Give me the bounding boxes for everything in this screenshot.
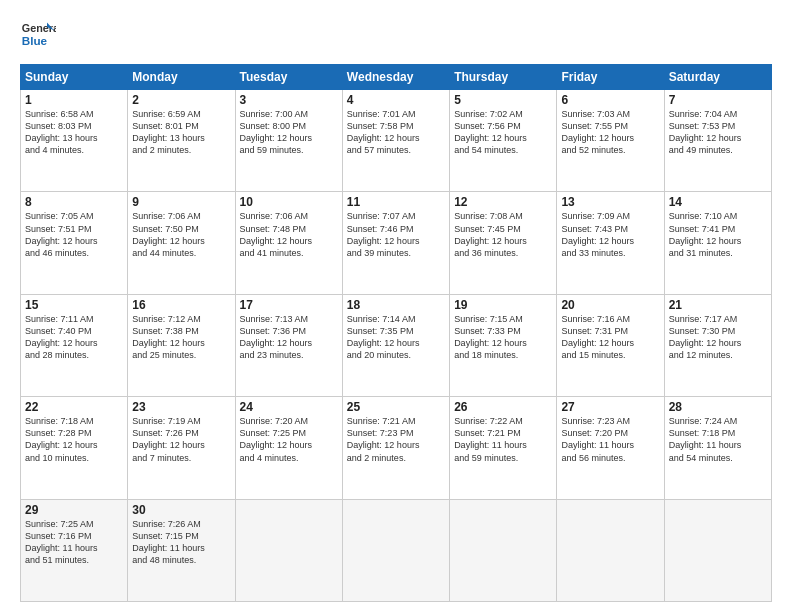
day-number: 4 [347,93,445,107]
day-number: 28 [669,400,767,414]
cell-info: Sunrise: 7:20 AMSunset: 7:25 PMDaylight:… [240,415,338,464]
logo: General Blue [20,18,56,54]
day-header-saturday: Saturday [664,65,771,90]
cell-info: Sunrise: 7:07 AMSunset: 7:46 PMDaylight:… [347,210,445,259]
calendar-cell [342,499,449,601]
calendar-cell [450,499,557,601]
calendar-cell: 20Sunrise: 7:16 AMSunset: 7:31 PMDayligh… [557,294,664,396]
cell-info: Sunrise: 7:19 AMSunset: 7:26 PMDaylight:… [132,415,230,464]
calendar-cell: 7Sunrise: 7:04 AMSunset: 7:53 PMDaylight… [664,90,771,192]
day-number: 7 [669,93,767,107]
day-number: 12 [454,195,552,209]
day-header-sunday: Sunday [21,65,128,90]
day-number: 18 [347,298,445,312]
calendar-cell: 16Sunrise: 7:12 AMSunset: 7:38 PMDayligh… [128,294,235,396]
calendar-cell: 18Sunrise: 7:14 AMSunset: 7:35 PMDayligh… [342,294,449,396]
cell-info: Sunrise: 7:15 AMSunset: 7:33 PMDaylight:… [454,313,552,362]
day-number: 5 [454,93,552,107]
day-number: 24 [240,400,338,414]
cell-info: Sunrise: 7:06 AMSunset: 7:50 PMDaylight:… [132,210,230,259]
day-header-tuesday: Tuesday [235,65,342,90]
calendar-cell: 11Sunrise: 7:07 AMSunset: 7:46 PMDayligh… [342,192,449,294]
page: General Blue SundayMondayTuesdayWednesda… [0,0,792,612]
cell-info: Sunrise: 6:58 AMSunset: 8:03 PMDaylight:… [25,108,123,157]
day-header-monday: Monday [128,65,235,90]
cell-info: Sunrise: 7:10 AMSunset: 7:41 PMDaylight:… [669,210,767,259]
calendar-cell: 10Sunrise: 7:06 AMSunset: 7:48 PMDayligh… [235,192,342,294]
calendar-cell: 27Sunrise: 7:23 AMSunset: 7:20 PMDayligh… [557,397,664,499]
day-header-wednesday: Wednesday [342,65,449,90]
cell-info: Sunrise: 7:22 AMSunset: 7:21 PMDaylight:… [454,415,552,464]
week-row-2: 8Sunrise: 7:05 AMSunset: 7:51 PMDaylight… [21,192,772,294]
day-number: 3 [240,93,338,107]
cell-info: Sunrise: 7:12 AMSunset: 7:38 PMDaylight:… [132,313,230,362]
week-row-3: 15Sunrise: 7:11 AMSunset: 7:40 PMDayligh… [21,294,772,396]
day-number: 1 [25,93,123,107]
calendar-cell: 8Sunrise: 7:05 AMSunset: 7:51 PMDaylight… [21,192,128,294]
calendar-cell: 26Sunrise: 7:22 AMSunset: 7:21 PMDayligh… [450,397,557,499]
day-number: 11 [347,195,445,209]
svg-text:Blue: Blue [22,34,48,47]
week-row-5: 29Sunrise: 7:25 AMSunset: 7:16 PMDayligh… [21,499,772,601]
cell-info: Sunrise: 7:02 AMSunset: 7:56 PMDaylight:… [454,108,552,157]
day-number: 13 [561,195,659,209]
calendar-cell: 24Sunrise: 7:20 AMSunset: 7:25 PMDayligh… [235,397,342,499]
calendar-cell: 9Sunrise: 7:06 AMSunset: 7:50 PMDaylight… [128,192,235,294]
header: General Blue [20,18,772,54]
day-number: 2 [132,93,230,107]
day-header-thursday: Thursday [450,65,557,90]
logo-icon: General Blue [20,18,56,54]
calendar-cell: 21Sunrise: 7:17 AMSunset: 7:30 PMDayligh… [664,294,771,396]
day-header-friday: Friday [557,65,664,90]
calendar-cell: 12Sunrise: 7:08 AMSunset: 7:45 PMDayligh… [450,192,557,294]
week-row-4: 22Sunrise: 7:18 AMSunset: 7:28 PMDayligh… [21,397,772,499]
cell-info: Sunrise: 7:18 AMSunset: 7:28 PMDaylight:… [25,415,123,464]
header-row: SundayMondayTuesdayWednesdayThursdayFrid… [21,65,772,90]
day-number: 6 [561,93,659,107]
cell-info: Sunrise: 7:05 AMSunset: 7:51 PMDaylight:… [25,210,123,259]
calendar-cell: 4Sunrise: 7:01 AMSunset: 7:58 PMDaylight… [342,90,449,192]
day-number: 9 [132,195,230,209]
day-number: 10 [240,195,338,209]
calendar-cell: 14Sunrise: 7:10 AMSunset: 7:41 PMDayligh… [664,192,771,294]
calendar-cell: 17Sunrise: 7:13 AMSunset: 7:36 PMDayligh… [235,294,342,396]
calendar-cell: 25Sunrise: 7:21 AMSunset: 7:23 PMDayligh… [342,397,449,499]
day-number: 30 [132,503,230,517]
cell-info: Sunrise: 7:08 AMSunset: 7:45 PMDaylight:… [454,210,552,259]
day-number: 29 [25,503,123,517]
day-number: 20 [561,298,659,312]
cell-info: Sunrise: 7:03 AMSunset: 7:55 PMDaylight:… [561,108,659,157]
calendar-cell: 28Sunrise: 7:24 AMSunset: 7:18 PMDayligh… [664,397,771,499]
week-row-1: 1Sunrise: 6:58 AMSunset: 8:03 PMDaylight… [21,90,772,192]
cell-info: Sunrise: 7:23 AMSunset: 7:20 PMDaylight:… [561,415,659,464]
cell-info: Sunrise: 7:04 AMSunset: 7:53 PMDaylight:… [669,108,767,157]
day-number: 8 [25,195,123,209]
calendar-cell: 5Sunrise: 7:02 AMSunset: 7:56 PMDaylight… [450,90,557,192]
day-number: 26 [454,400,552,414]
calendar-cell [557,499,664,601]
calendar-cell: 30Sunrise: 7:26 AMSunset: 7:15 PMDayligh… [128,499,235,601]
calendar-cell: 13Sunrise: 7:09 AMSunset: 7:43 PMDayligh… [557,192,664,294]
cell-info: Sunrise: 7:01 AMSunset: 7:58 PMDaylight:… [347,108,445,157]
calendar: SundayMondayTuesdayWednesdayThursdayFrid… [20,64,772,602]
cell-info: Sunrise: 7:17 AMSunset: 7:30 PMDaylight:… [669,313,767,362]
cell-info: Sunrise: 7:21 AMSunset: 7:23 PMDaylight:… [347,415,445,464]
calendar-cell: 6Sunrise: 7:03 AMSunset: 7:55 PMDaylight… [557,90,664,192]
day-number: 23 [132,400,230,414]
cell-info: Sunrise: 7:09 AMSunset: 7:43 PMDaylight:… [561,210,659,259]
cell-info: Sunrise: 7:24 AMSunset: 7:18 PMDaylight:… [669,415,767,464]
calendar-cell: 3Sunrise: 7:00 AMSunset: 8:00 PMDaylight… [235,90,342,192]
day-number: 22 [25,400,123,414]
calendar-cell [664,499,771,601]
day-number: 14 [669,195,767,209]
day-number: 16 [132,298,230,312]
cell-info: Sunrise: 7:06 AMSunset: 7:48 PMDaylight:… [240,210,338,259]
cell-info: Sunrise: 7:11 AMSunset: 7:40 PMDaylight:… [25,313,123,362]
calendar-cell: 23Sunrise: 7:19 AMSunset: 7:26 PMDayligh… [128,397,235,499]
day-number: 21 [669,298,767,312]
cell-info: Sunrise: 7:25 AMSunset: 7:16 PMDaylight:… [25,518,123,567]
calendar-cell: 15Sunrise: 7:11 AMSunset: 7:40 PMDayligh… [21,294,128,396]
calendar-cell: 1Sunrise: 6:58 AMSunset: 8:03 PMDaylight… [21,90,128,192]
day-number: 19 [454,298,552,312]
day-number: 27 [561,400,659,414]
